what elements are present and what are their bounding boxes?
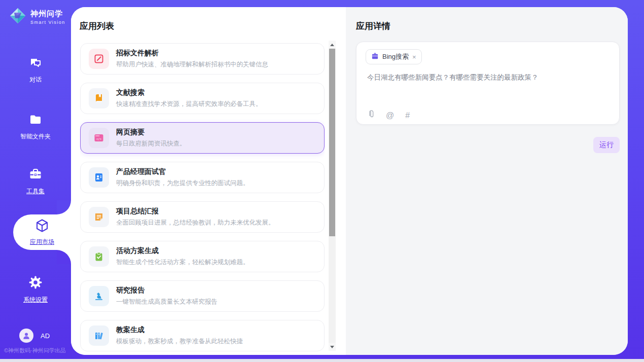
tool-chip-bing-search[interactable]: Bing搜索 × xyxy=(366,49,422,64)
sidebar-item-settings[interactable]: 系统设置 xyxy=(0,275,71,304)
clipboard-check-icon xyxy=(89,246,109,267)
app-desc: 一键智能生成高质量长文本研究报告 xyxy=(116,298,218,306)
svg-text:</>: </> xyxy=(96,137,102,140)
app-desc: 模板驱动，教案秒成，教学准备从此轻松快捷 xyxy=(116,337,243,346)
sidebar-item-app-market[interactable]: 应用市场 xyxy=(13,214,71,250)
app-card-bid-parse[interactable]: 招标文件解析 帮助用户快速、准确地理解和解析招标书中的关键信息 xyxy=(80,43,325,75)
sidebar-item-chat[interactable]: 对话 xyxy=(0,56,71,84)
app-desc: 帮助用户快速、准确地理解和解析招标书中的关键信息 xyxy=(116,60,268,69)
copyright-text: ©神州数码·神州问学出品 xyxy=(4,347,66,354)
app-desc: 每日政府新闻资讯快查。 xyxy=(116,139,186,148)
app-card-lesson-plan[interactable]: 教案生成 模板驱动，教案秒成，教学准备从此轻松快捷 xyxy=(80,320,325,351)
app-name: 招标文件解析 xyxy=(116,49,268,58)
query-text-input[interactable]: 今日湖北有哪些新闻要点？有哪些需要关注的最新政策？ xyxy=(367,73,605,83)
app-list-panel: 应用列表 招标文件解析 帮助用户快速、准确地理解和解析招标书中的关键信息 xyxy=(71,7,346,355)
app-name: 活动方案生成 xyxy=(116,246,249,256)
sidebar-item-toolset[interactable]: 工具集 xyxy=(0,167,71,196)
app-card-event-plan[interactable]: 活动方案生成 智能生成个性化活动方案，轻松解决规划难题。 xyxy=(80,241,325,272)
brand-tagline: Smart Vision xyxy=(30,20,65,25)
triangle-up-icon xyxy=(330,44,334,46)
app-list-scrollbar[interactable] xyxy=(329,41,336,351)
sidebar-item-label: 应用市场 xyxy=(30,238,54,246)
pen-square-icon xyxy=(89,49,109,69)
app-card-research-report[interactable]: 研究报告 一键智能生成高质量长文本研究报告 xyxy=(80,280,325,312)
hash-icon[interactable]: # xyxy=(405,111,410,120)
chip-close-icon[interactable]: × xyxy=(412,54,416,60)
sidebar-item-smart-folder[interactable]: 智能文件夹 xyxy=(0,113,71,141)
query-input-card[interactable]: Bing搜索 × 今日湖北有哪些新闻要点？有哪些需要关注的最新政策？ @ # xyxy=(356,42,620,125)
app-card-web-summary[interactable]: </> 网页摘要 每日政府新闻资讯快查。 xyxy=(80,122,325,154)
scroll-up-button[interactable] xyxy=(329,41,336,49)
books-icon xyxy=(89,325,109,346)
gear-icon xyxy=(28,275,43,292)
sidebar: 神州问学 Smart Vision 对话 智能文件夹 xyxy=(0,0,71,362)
app-name: 文献搜索 xyxy=(116,88,262,97)
toolbox-icon xyxy=(28,167,43,184)
brand-logo: 神州问学 Smart Vision xyxy=(9,7,65,26)
bottom-edge xyxy=(0,359,644,362)
folder-icon xyxy=(28,113,43,129)
main-panel: 应用列表 招标文件解析 帮助用户快速、准确地理解和解析招标书中的关键信息 xyxy=(71,7,628,355)
app-name: 研究报告 xyxy=(116,286,218,295)
sticky-note-icon xyxy=(89,207,109,227)
interview-doc-icon xyxy=(89,167,109,188)
chat-icon xyxy=(28,56,43,72)
app-name: 项目总结汇报 xyxy=(116,207,275,216)
sidebar-item-label: 工具集 xyxy=(26,187,45,196)
run-button[interactable]: 运行 xyxy=(593,137,620,153)
app-card-pm-interviewer[interactable]: 产品经理面试官 明确身份和职责，为您提供专业性的面试问题。 xyxy=(80,162,325,193)
app-card-project-report[interactable]: 项目总结汇报 全面回顾项目进展，总结经验教训，助力未来优化发展。 xyxy=(80,201,325,233)
app-desc: 明确身份和职责，为您提供专业性的面试问题。 xyxy=(116,179,249,188)
tool-chip-label: Bing搜索 xyxy=(382,52,409,61)
app-name: 产品经理面试官 xyxy=(116,167,249,176)
app-detail-panel: 应用详情 Bing搜索 × 今日湖北有哪些新闻要点？有哪些需要关注的最新政策？ xyxy=(346,7,628,355)
app-detail-title: 应用详情 xyxy=(356,20,390,32)
app-desc: 全面回顾项目进展，总结经验教训，助力未来优化发展。 xyxy=(116,219,275,227)
app-list: 招标文件解析 帮助用户快速、准确地理解和解析招标书中的关键信息 文献搜索 xyxy=(80,43,325,354)
sidebar-item-label: 系统设置 xyxy=(23,296,48,304)
active-tab-curve-bottom xyxy=(57,250,71,264)
book-icon xyxy=(89,88,109,108)
brand-diamond-icon xyxy=(9,7,26,26)
app-name: 教案生成 xyxy=(116,325,243,335)
paperclip-icon[interactable] xyxy=(367,110,375,121)
app-name: 网页摘要 xyxy=(116,128,186,137)
app-card-literature-search[interactable]: 文献搜索 快速精准查找学术资源，提高研究效率的必备工具。 xyxy=(80,83,325,114)
scroll-down-button[interactable] xyxy=(329,343,336,351)
scrollbar-thumb[interactable] xyxy=(329,49,335,236)
browser-code-icon: </> xyxy=(89,128,109,148)
sidebar-item-label: 对话 xyxy=(29,76,42,84)
sidebar-item-label: 智能文件夹 xyxy=(20,132,51,141)
triangle-down-icon xyxy=(330,346,334,348)
app-list-title: 应用列表 xyxy=(80,20,114,32)
app-desc: 智能生成个性化活动方案，轻松解决规划难题。 xyxy=(116,258,249,267)
at-icon[interactable]: @ xyxy=(386,111,394,120)
user-account[interactable]: AD xyxy=(19,329,50,343)
briefcase-icon xyxy=(371,52,379,62)
app-desc: 快速精准查找学术资源，提高研究效率的必备工具。 xyxy=(116,100,262,108)
microscope-icon xyxy=(89,286,109,306)
cube-icon xyxy=(34,218,50,235)
attachment-toolbar: @ # xyxy=(367,110,410,121)
user-name: AD xyxy=(41,332,50,340)
active-tab-curve-top xyxy=(57,200,71,214)
avatar xyxy=(19,329,33,343)
brand-name: 神州问学 xyxy=(30,9,65,19)
